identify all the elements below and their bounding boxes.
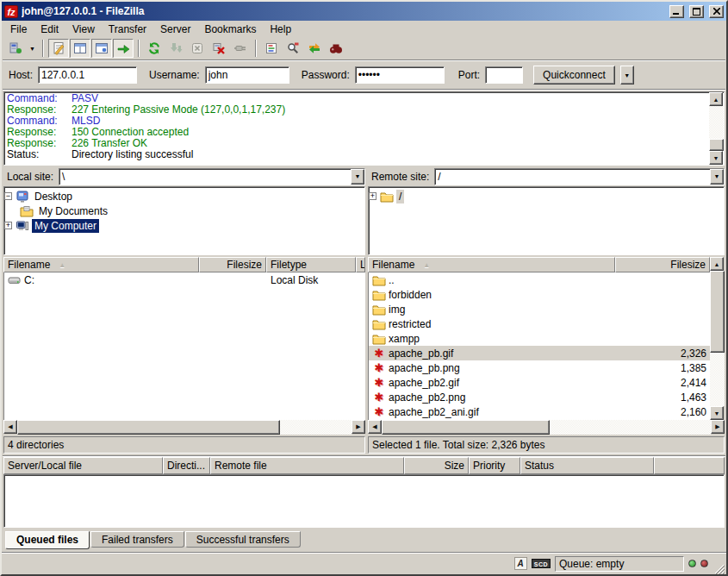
column-header-priority[interactable]: Priority <box>469 457 520 474</box>
scrollbar-thumb[interactable] <box>17 420 280 435</box>
site-manager-button[interactable] <box>5 39 26 58</box>
tab-queued-files[interactable]: Queued files <box>5 531 90 549</box>
message-log-lines[interactable]: Command: PASV Response: 227 Entering Pas… <box>4 92 709 165</box>
directory-comparison-button[interactable] <box>283 39 303 58</box>
speed-limits-indicator[interactable]: SCD <box>532 559 551 568</box>
disconnect-button[interactable] <box>208 39 229 58</box>
column-header-size[interactable]: Size <box>404 457 469 474</box>
filter-button[interactable] <box>261 39 282 58</box>
scroll-up-button[interactable]: ▲ <box>710 257 724 271</box>
menu-view[interactable]: View <box>65 22 102 37</box>
quickconnect-dropdown-button[interactable]: ▼ <box>620 66 634 85</box>
site-manager-dropdown-button[interactable]: ▼ <box>27 39 38 58</box>
tree-item-root[interactable]: + / <box>369 189 724 203</box>
remote-file-row[interactable]: .. <box>369 272 710 287</box>
transfer-type-indicator[interactable]: A <box>514 557 527 570</box>
resize-grip[interactable] <box>712 562 725 574</box>
scrollbar-track[interactable] <box>382 420 711 435</box>
column-header-filesize[interactable]: Filesize <box>615 257 710 272</box>
maximize-button[interactable] <box>689 5 704 18</box>
synchronized-browsing-button[interactable] <box>304 39 325 58</box>
toggle-remote-tree-button[interactable] <box>91 39 112 58</box>
column-header-last-modified[interactable]: L <box>356 257 365 272</box>
cancel-operation-button[interactable] <box>187 39 208 58</box>
collapse-icon[interactable]: − <box>4 192 12 200</box>
title-bar[interactable]: fz john@127.0.0.1 - FileZilla <box>2 2 726 21</box>
password-input[interactable] <box>355 66 445 84</box>
refresh-button[interactable] <box>144 39 165 58</box>
remote-site-combo[interactable]: / ▼ <box>434 168 725 185</box>
port-input[interactable] <box>485 66 523 84</box>
scroll-right-button[interactable]: ▶ <box>711 420 725 434</box>
column-header-status[interactable]: Status <box>520 457 654 474</box>
menu-help[interactable]: Help <box>263 22 298 37</box>
remote-file-row[interactable]: ✱ apache_pb2_ani.gif 2,160 <box>369 404 710 419</box>
menu-file[interactable]: File <box>3 22 34 37</box>
close-button[interactable] <box>709 5 724 18</box>
expand-icon[interactable]: + <box>369 192 376 200</box>
scrollbar-track[interactable] <box>710 271 725 406</box>
local-file-row[interactable]: C: Local Disk <box>4 272 365 287</box>
remote-horizontal-scrollbar[interactable]: ◀ ▶ <box>368 420 725 435</box>
remote-file-row[interactable]: forbidden <box>369 287 710 302</box>
local-site-combo[interactable]: \ ▼ <box>59 168 365 185</box>
scrollbar-thumb[interactable] <box>382 420 550 435</box>
local-file-list[interactable]: C: Local Disk <box>3 272 365 420</box>
local-horizontal-scrollbar[interactable]: ◀ ▶ <box>3 420 365 435</box>
log-vertical-scrollbar[interactable]: ▲ ▼ <box>709 92 724 165</box>
menu-edit[interactable]: Edit <box>34 22 65 37</box>
minimize-button[interactable] <box>669 5 684 18</box>
remote-file-row[interactable]: xampp <box>369 331 710 346</box>
host-input[interactable] <box>38 66 137 84</box>
remote-file-row-selected[interactable]: ✱ apache_pb.gif 2,326 <box>369 346 710 360</box>
remote-file-row[interactable]: ✱ apache_pb2.gif 2,414 <box>369 375 710 390</box>
tab-successful-transfers[interactable]: Successful transfers <box>185 531 301 548</box>
scroll-down-button[interactable]: ▼ <box>710 406 724 420</box>
toggle-queue-button[interactable] <box>113 39 134 58</box>
column-header-filetype[interactable]: Filetype <box>266 257 356 272</box>
remote-file-row[interactable]: ✱ apache_pb.png 1,385 <box>369 360 710 375</box>
scrollbar-track[interactable] <box>17 420 352 435</box>
scroll-left-button[interactable]: ◀ <box>3 420 17 434</box>
column-header-remote-file[interactable]: Remote file <box>210 457 404 474</box>
process-queue-button[interactable] <box>165 39 186 58</box>
scrollbar-track[interactable] <box>709 106 724 151</box>
scrollbar-thumb[interactable] <box>710 271 725 353</box>
local-site-value[interactable]: \ <box>59 169 351 185</box>
remote-vertical-scrollbar[interactable]: ▲ ▼ <box>710 257 725 420</box>
column-header-server-local-file[interactable]: Server/Local file <box>3 457 163 474</box>
remote-site-value[interactable]: / <box>435 169 710 185</box>
menu-transfer[interactable]: Transfer <box>102 22 153 37</box>
menu-bookmarks[interactable]: Bookmarks <box>197 22 263 37</box>
tab-failed-transfers[interactable]: Failed transfers <box>90 531 184 548</box>
chevron-down-icon[interactable]: ▼ <box>351 169 364 185</box>
column-header-filename[interactable]: Filename ▲ <box>3 257 199 272</box>
column-header-direction[interactable]: Directi... <box>163 457 210 474</box>
scroll-up-button[interactable]: ▲ <box>709 92 723 106</box>
scroll-down-button[interactable]: ▼ <box>709 151 723 165</box>
remote-file-row[interactable]: ✱ apache_pb2.png 1,463 <box>369 390 710 404</box>
column-header-filename[interactable]: Filename ▲ <box>368 257 615 272</box>
quickconnect-button[interactable]: Quickconnect <box>533 66 615 85</box>
scroll-left-button[interactable]: ◀ <box>368 420 382 434</box>
toggle-local-tree-button[interactable] <box>70 39 90 58</box>
tree-item-my-computer[interactable]: + My Computer <box>4 218 364 233</box>
menu-server[interactable]: Server <box>153 22 197 37</box>
scroll-right-button[interactable]: ▶ <box>352 420 365 434</box>
expand-icon[interactable]: + <box>4 222 12 229</box>
tree-item-my-documents[interactable]: My Documents <box>4 203 364 218</box>
local-directory-tree[interactable]: − Desktop My Doc <box>3 186 365 255</box>
queue-list[interactable] <box>3 474 725 528</box>
chevron-down-icon[interactable]: ▼ <box>710 169 724 185</box>
scrollbar-thumb[interactable] <box>709 139 724 151</box>
username-input[interactable] <box>205 66 289 84</box>
reconnect-button[interactable] <box>230 39 251 58</box>
remote-file-row[interactable]: img <box>369 302 710 316</box>
remote-file-row[interactable]: restricted <box>369 316 710 331</box>
remote-file-list[interactable]: .. forbidden <box>368 272 710 420</box>
remote-directory-tree[interactable]: + / <box>368 186 725 255</box>
column-header-filesize[interactable]: Filesize <box>199 257 266 272</box>
tree-item-desktop[interactable]: − Desktop <box>4 189 364 203</box>
toggle-log-button[interactable] <box>48 39 69 58</box>
find-files-button[interactable] <box>326 39 346 58</box>
